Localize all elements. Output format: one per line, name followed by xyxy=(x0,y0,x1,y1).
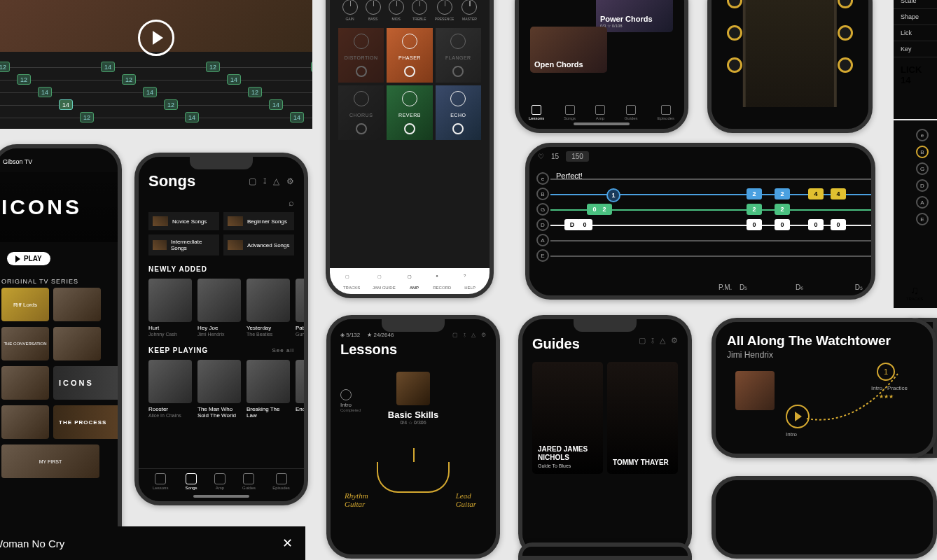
category-tile[interactable]: Intermediate Songs xyxy=(148,234,219,255)
now-playing-bar[interactable]: Woman No Cry ✕ xyxy=(0,526,305,560)
show-card-myfirst[interactable]: MY FIRST xyxy=(1,444,99,478)
fret-number: 12 xyxy=(311,62,312,72)
tuner-peg[interactable] xyxy=(727,57,742,73)
tab-guides[interactable]: Guides xyxy=(625,105,638,120)
show-card-icons[interactable]: ICONS xyxy=(53,366,118,400)
song-item[interactable]: RoosterAlice In Chains xyxy=(148,360,192,419)
lead-guitar-node[interactable]: Lead Guitar xyxy=(456,491,476,508)
menu-item[interactable]: Lick xyxy=(894,25,937,41)
intro-node[interactable]: Intro Completed xyxy=(340,389,361,412)
knob-presence[interactable]: PRESENCE xyxy=(435,0,454,21)
fret-number: 14 xyxy=(101,62,115,72)
tab-note: 2 xyxy=(775,204,790,215)
lesson-node[interactable]: 1 xyxy=(877,363,895,381)
lesson-path xyxy=(800,364,912,427)
tuner-peg[interactable] xyxy=(838,0,853,8)
cast-icon[interactable]: ▢ xyxy=(639,336,646,345)
tab-songs[interactable]: Songs xyxy=(186,473,197,490)
tuner-peg[interactable] xyxy=(727,25,742,41)
filter-icon[interactable]: ⫱ xyxy=(464,332,466,339)
search-icon[interactable]: ⌕ xyxy=(289,197,294,208)
featured-show[interactable]: ICONS xyxy=(0,172,118,242)
pedal-chorus[interactable]: CHORUS xyxy=(338,85,384,140)
show-card[interactable] xyxy=(53,288,101,321)
cast-icon[interactable]: ▢ xyxy=(249,176,256,186)
menu-item[interactable]: Shape xyxy=(894,9,937,25)
song-item[interactable]: Hey JoeJimi Hendrix xyxy=(197,279,241,337)
close-icon[interactable]: ✕ xyxy=(282,536,298,551)
song-item[interactable]: End C xyxy=(296,360,304,419)
guide-card[interactable]: JARED JAMES NICHOLSGuide To Blues xyxy=(532,362,603,474)
knob-master[interactable]: MASTER xyxy=(461,0,477,21)
song-item[interactable]: The Man Who Sold The World xyxy=(197,360,241,419)
knob-treble[interactable]: TREBLE xyxy=(412,0,427,21)
show-card-process[interactable]: THE PROCESS xyxy=(53,405,118,439)
knob-gain[interactable]: GAIN xyxy=(342,0,358,21)
tab-songs[interactable]: Songs xyxy=(564,105,576,120)
tuner-peg[interactable] xyxy=(838,25,853,41)
knob-bass[interactable]: BASS xyxy=(366,0,381,21)
string-label: A xyxy=(916,196,929,209)
category-tile[interactable]: Advanced Songs xyxy=(223,234,294,255)
see-all-link[interactable]: See all xyxy=(272,347,294,354)
triangle-icon[interactable]: △ xyxy=(471,332,476,339)
tab-amp[interactable]: Amp xyxy=(214,473,225,490)
guide-card[interactable]: TOMMY THAYER xyxy=(607,362,678,474)
gear-icon[interactable]: ⚙ xyxy=(671,336,678,345)
knob-mids[interactable]: MIDS xyxy=(389,0,404,21)
tuner-peg[interactable] xyxy=(727,0,742,8)
tracks-tab[interactable]: ♫ TRACKS xyxy=(899,284,930,301)
category-tile[interactable]: Novice Songs xyxy=(148,212,219,230)
pedal-distortion[interactable]: DISTORTION xyxy=(338,28,384,83)
filter-icon[interactable]: ⫱ xyxy=(263,176,266,186)
pedal-phaser[interactable]: PHASER xyxy=(387,28,432,83)
string-label: e xyxy=(536,172,549,185)
song-item[interactable]: YesterdayThe Beatles xyxy=(247,279,290,337)
show-card[interactable] xyxy=(53,327,101,360)
tab-amp[interactable]: Amp xyxy=(595,105,605,120)
show-card[interactable] xyxy=(1,366,49,400)
menu-item[interactable]: Key xyxy=(894,41,937,57)
filter-icon[interactable]: ⫱ xyxy=(651,336,654,345)
cast-icon[interactable]: ▢ xyxy=(452,332,458,339)
pedal-flanger[interactable]: FLANGER xyxy=(436,28,481,83)
show-card-conversation[interactable]: THE CONVERSATION xyxy=(1,327,49,360)
tab-guides[interactable]: Guides xyxy=(242,473,256,490)
triangle-icon[interactable]: △ xyxy=(273,176,279,186)
pedal-reverb[interactable]: REVERB xyxy=(387,85,432,140)
practice-phone: ♡ 15 150 Perfect! e B G D A E 102D022220… xyxy=(525,143,875,300)
tab-amp[interactable]: ▢AMP xyxy=(408,274,420,290)
menu-item[interactable]: Scale xyxy=(894,0,937,9)
fret-number: 12 xyxy=(17,74,31,85)
show-card-riff-lords[interactable]: Riff Lords xyxy=(1,288,49,321)
gear-icon[interactable]: ⚙ xyxy=(481,332,486,339)
song-item[interactable]: PatieGuns xyxy=(296,279,304,337)
tab-jam-guide[interactable]: ▢JAM GUIDE xyxy=(373,274,396,290)
fret-number: 14 xyxy=(290,112,304,122)
play-button[interactable]: PLAY xyxy=(7,252,50,265)
song-item[interactable]: Breaking The Law xyxy=(247,360,290,419)
fret-number: 14 xyxy=(269,99,283,110)
string-label: E xyxy=(916,213,929,225)
gear-icon[interactable]: ⚙ xyxy=(286,176,294,186)
show-card[interactable] xyxy=(1,405,49,439)
fret-number: 12 xyxy=(0,62,10,72)
tab-tracks[interactable]: ▢TRACKS xyxy=(343,274,360,290)
tab-lessons[interactable]: Lessons xyxy=(153,473,168,490)
category-tile[interactable]: Beginner Songs xyxy=(223,212,294,230)
song-title: Woman No Cry xyxy=(0,538,64,550)
tab-episodes[interactable]: Episodes xyxy=(272,473,290,490)
tab-record[interactable]: ●RECORD xyxy=(433,274,451,290)
tab-episodes[interactable]: Episodes xyxy=(657,105,674,120)
triangle-icon[interactable]: △ xyxy=(660,336,665,345)
tuner-peg[interactable] xyxy=(838,57,853,73)
pedal-echo[interactable]: ECHO xyxy=(436,85,481,140)
lesson-card-power-chords[interactable]: Power Chords 0/3 ☆ 0/108 xyxy=(596,0,673,32)
song-item[interactable]: HurtJohnny Cash xyxy=(148,279,192,337)
rhythm-guitar-node[interactable]: Rhythm Guitar xyxy=(345,491,368,508)
play-button[interactable] xyxy=(138,20,174,56)
tab-help[interactable]: ?HELP xyxy=(464,274,476,290)
note-count: 150 xyxy=(566,151,589,162)
lesson-card-open-chords[interactable]: Open Chords xyxy=(530,27,607,73)
tab-lessons[interactable]: Lessons xyxy=(529,105,544,120)
